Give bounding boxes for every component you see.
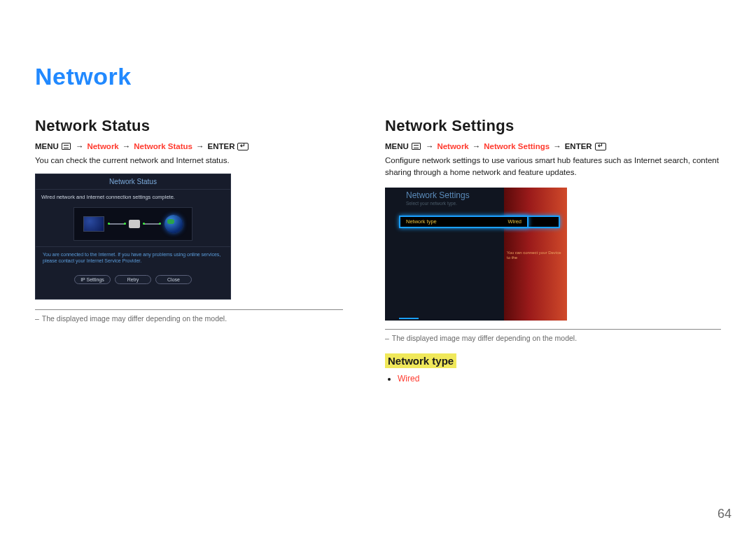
tv-icon xyxy=(83,216,104,232)
nav-item-network-settings: Network Settings xyxy=(484,142,550,150)
nav-item-network: Network xyxy=(437,142,468,150)
section-title-network-settings: Network Settings xyxy=(385,117,721,135)
bullet-list: Wired xyxy=(385,374,721,384)
screenshot-panel-subtitle: Select your network type. xyxy=(406,201,504,206)
arrow-icon: → xyxy=(122,142,131,150)
close-button[interactable]: Close xyxy=(155,275,192,284)
note-text: The displayed image may differ depending… xyxy=(385,334,721,342)
page-number: 64 xyxy=(718,507,732,521)
menu-icon xyxy=(412,143,421,150)
screenshot-network-status: Network Status Wired network and Interne… xyxy=(35,174,231,300)
globe-icon xyxy=(164,215,183,233)
nav-item-network-status: Network Status xyxy=(134,142,192,150)
ip-settings-button[interactable]: IP Settings xyxy=(74,275,111,284)
screenshot-message: Wired network and Internet connection se… xyxy=(36,190,230,204)
screenshot-diagram xyxy=(74,207,192,241)
description-text: Configure network settings to use variou… xyxy=(385,155,721,179)
screenshot-title: Network Status xyxy=(36,174,230,190)
nav-item-network: Network xyxy=(87,142,118,150)
divider xyxy=(35,309,343,310)
screenshot-button-row: IP Settings Retry Close xyxy=(36,275,230,284)
link-icon xyxy=(144,223,160,225)
nav-enter-label: ENTER xyxy=(565,142,592,150)
breadcrumb-path-right: MENU → Network → Network Settings → ENTE… xyxy=(385,142,721,150)
retry-button[interactable]: Retry xyxy=(115,275,151,284)
column-left: Network Status MENU → Network → Network … xyxy=(35,117,343,384)
router-icon xyxy=(129,220,140,228)
tab-underline xyxy=(399,318,419,319)
network-type-value: Wired xyxy=(507,218,522,225)
note-text: The displayed image may differ depending… xyxy=(35,314,343,323)
arrow-icon: → xyxy=(76,142,84,150)
section-title-network-status: Network Status xyxy=(35,117,343,135)
content-columns: Network Status MENU → Network → Network … xyxy=(35,117,721,384)
screenshot-left-panel: Network Settings Select your network typ… xyxy=(385,188,504,321)
screenshot-right-panel: W You can connect your Device to the xyxy=(504,188,567,321)
nav-enter-label: ENTER xyxy=(207,142,234,150)
arrow-icon: → xyxy=(426,142,434,150)
arrow-icon: → xyxy=(196,142,204,150)
enter-icon xyxy=(237,143,248,150)
nav-menu-label: MENU xyxy=(385,142,409,150)
column-right: Network Settings MENU → Network → Networ… xyxy=(385,117,721,384)
subheading-network-type: Network type xyxy=(385,353,456,368)
arrow-icon: → xyxy=(553,142,561,150)
network-type-label: Network type xyxy=(406,218,437,225)
nav-menu-label: MENU xyxy=(35,142,59,150)
description-text: You can check the current network and In… xyxy=(35,155,343,167)
option-wired: Wired xyxy=(398,374,419,384)
divider xyxy=(385,329,721,330)
connect-message: You can connect your Device to the xyxy=(507,251,561,260)
menu-icon xyxy=(62,143,71,150)
network-type-row[interactable]: Network type Wired xyxy=(399,216,528,228)
page-title: Network xyxy=(35,63,721,90)
breadcrumb-path-left: MENU → Network → Network Status → ENTER xyxy=(35,142,343,150)
arrow-icon: → xyxy=(472,142,481,150)
link-icon xyxy=(109,223,125,225)
screenshot-info-text: You are connected to the Internet. If yo… xyxy=(36,246,230,274)
enter-icon xyxy=(595,143,606,150)
list-item: Wired xyxy=(398,374,721,384)
screenshot-network-settings: Network Settings Select your network typ… xyxy=(385,188,567,321)
screenshot-panel-title: Network Settings xyxy=(406,190,504,200)
